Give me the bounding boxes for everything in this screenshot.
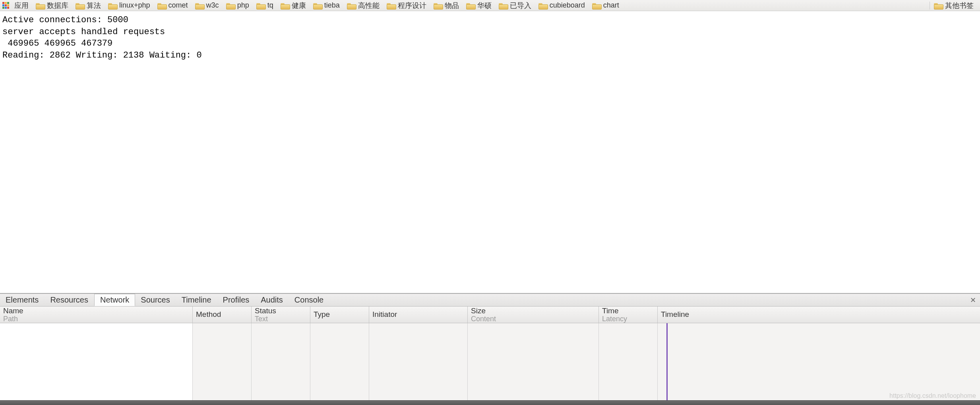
- bookmark-label: 健康: [292, 1, 306, 10]
- folder-icon: [466, 2, 475, 9]
- col-time[interactable]: Time Latency: [599, 307, 658, 323]
- network-columns-header: Name Path Method Status Text Type Initia…: [0, 307, 980, 323]
- bookmark-label: chart: [603, 1, 619, 10]
- folder-icon: [76, 2, 84, 9]
- folder-icon: [934, 2, 943, 9]
- bookmark-label: linux+php: [119, 1, 150, 10]
- page-body: Active connections: 5000 server accepts …: [0, 11, 980, 289]
- bookmark-folder[interactable]: 华硕: [464, 0, 496, 11]
- tab-audits[interactable]: Audits: [255, 294, 289, 306]
- folder-icon: [157, 2, 166, 9]
- col-type[interactable]: Type: [310, 307, 369, 323]
- tab-profiles[interactable]: Profiles: [217, 294, 256, 306]
- body-col-timeline: [658, 323, 980, 400]
- tab-resources[interactable]: Resources: [45, 294, 94, 306]
- timeline-marker: [666, 323, 668, 400]
- col-label: Name: [3, 307, 189, 315]
- folder-icon: [434, 2, 442, 9]
- bookmark-label: 程序设计: [398, 1, 426, 10]
- bookmark-label: comet: [168, 1, 188, 10]
- col-sublabel: Text: [255, 315, 307, 322]
- folder-icon: [195, 2, 204, 9]
- bookmark-folder[interactable]: linux+php: [106, 0, 155, 11]
- bookmark-folder[interactable]: 高性能: [345, 0, 384, 11]
- bookmark-apps[interactable]: 应用: [12, 0, 33, 11]
- bookmark-folder[interactable]: php: [224, 0, 254, 11]
- col-label: Initiator: [372, 310, 464, 319]
- bookmark-label: tq: [267, 1, 273, 10]
- col-sublabel: Path: [3, 315, 189, 322]
- bookmark-label: w3c: [206, 1, 219, 10]
- body-col-type: [310, 323, 369, 400]
- bookmark-label: 高性能: [358, 1, 380, 10]
- bookmark-label: 其他书签: [945, 1, 974, 10]
- bookmark-label: php: [237, 1, 249, 10]
- body-col-method: [193, 323, 252, 400]
- apps-icon[interactable]: [2, 2, 10, 9]
- bookmark-folder[interactable]: 程序设计: [384, 0, 431, 11]
- col-sublabel: Latency: [602, 315, 654, 322]
- col-label: Method: [196, 310, 248, 319]
- col-name[interactable]: Name Path: [0, 307, 193, 323]
- devtools-tabs: Elements Resources Network Sources Timel…: [0, 294, 980, 307]
- close-icon[interactable]: ✕: [969, 296, 977, 304]
- col-status[interactable]: Status Text: [252, 307, 310, 323]
- col-size[interactable]: Size Content: [468, 307, 599, 323]
- col-method[interactable]: Method: [193, 307, 252, 323]
- bookmark-folder[interactable]: chart: [590, 0, 624, 11]
- tab-network[interactable]: Network: [94, 294, 135, 306]
- body-col-time: [599, 323, 658, 400]
- bookmark-folder[interactable]: 数据库: [33, 0, 73, 11]
- status-line: Active connections: 5000: [2, 15, 128, 25]
- devtools-panel: Elements Resources Network Sources Timel…: [0, 293, 980, 405]
- folder-icon: [313, 2, 322, 9]
- folder-icon: [592, 2, 601, 9]
- col-label: Timeline: [661, 310, 977, 319]
- bookmark-label: tieba: [324, 1, 340, 10]
- col-label: Time: [602, 307, 654, 315]
- bookmark-label: 物品: [445, 1, 459, 10]
- bookmark-folder[interactable]: 已导入: [496, 0, 536, 11]
- tab-elements[interactable]: Elements: [0, 294, 45, 306]
- bookmark-label: 算法: [87, 1, 101, 10]
- tab-timeline[interactable]: Timeline: [176, 294, 217, 306]
- status-line: Reading: 2862 Writing: 2138 Waiting: 0: [2, 50, 202, 60]
- tab-console[interactable]: Console: [289, 294, 329, 306]
- folder-icon: [387, 2, 395, 9]
- watermark: https://blog.csdn.net/loophome: [889, 392, 976, 399]
- bookmark-label: cubieboard: [550, 1, 585, 10]
- devtools-statusbar: [0, 400, 980, 405]
- col-label: Type: [314, 310, 366, 319]
- folder-icon: [226, 2, 235, 9]
- bookmark-folder[interactable]: tq: [254, 0, 278, 11]
- bookmark-folder[interactable]: comet: [155, 0, 193, 11]
- folder-icon: [538, 2, 547, 9]
- bookmark-folder[interactable]: 物品: [431, 0, 464, 11]
- bookmark-label: 应用: [14, 1, 29, 10]
- folder-icon: [281, 2, 289, 9]
- divider: [930, 2, 930, 10]
- bookmark-folder[interactable]: w3c: [193, 0, 224, 11]
- status-line: server accepts handled requests: [2, 27, 165, 37]
- folder-icon: [256, 2, 265, 9]
- bookmark-other[interactable]: 其他书签: [932, 0, 978, 11]
- status-line: 469965 469965 467379: [2, 39, 112, 48]
- bookmark-folder[interactable]: cubieboard: [536, 0, 590, 11]
- bookmark-label: 已导入: [510, 1, 531, 10]
- bookmark-label: 数据库: [47, 1, 68, 10]
- body-col-name: [0, 323, 193, 400]
- body-col-status: [252, 323, 310, 400]
- col-sublabel: Content: [471, 315, 595, 322]
- tab-sources[interactable]: Sources: [135, 294, 176, 306]
- col-timeline[interactable]: Timeline: [658, 307, 980, 323]
- body-col-initiator: [369, 323, 468, 400]
- bookmark-folder[interactable]: tieba: [311, 0, 345, 11]
- col-label: Status: [255, 307, 307, 315]
- bookmarks-bar: 应用 数据库 算法 linux+php comet w3c php tq 健康 …: [0, 0, 980, 11]
- bookmark-folder[interactable]: 算法: [73, 0, 106, 11]
- folder-icon: [499, 2, 507, 9]
- folder-icon: [108, 2, 117, 9]
- col-initiator[interactable]: Initiator: [369, 307, 468, 323]
- bookmark-folder[interactable]: 健康: [278, 0, 311, 11]
- network-body: [0, 323, 980, 400]
